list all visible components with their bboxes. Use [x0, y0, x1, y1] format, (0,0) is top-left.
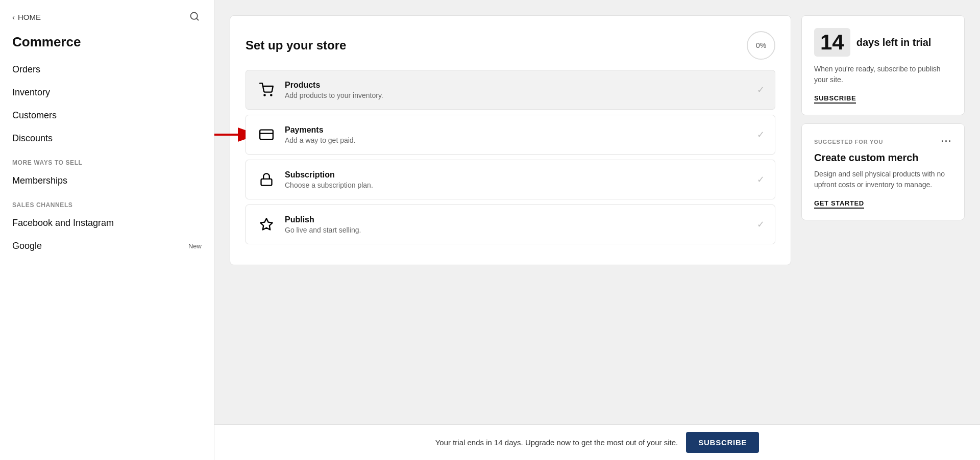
trial-description: When you're ready, subscribe to publish … — [814, 64, 952, 85]
svg-line-1 — [197, 18, 199, 20]
section-sales-channels: SALES CHANNELS — [0, 192, 214, 212]
get-started-link[interactable]: GET STARTED — [814, 199, 864, 209]
setup-card-title: Set up your store — [246, 38, 346, 53]
setup-card-header: Set up your store 0% — [246, 31, 775, 60]
google-label: Google — [12, 241, 42, 251]
home-link[interactable]: ‹ HOME — [12, 13, 41, 21]
payments-content: Payments Add a way to get paid. — [285, 125, 749, 144]
svg-rect-7 — [261, 179, 272, 186]
content-scroll: Set up your store 0% — [214, 0, 980, 424]
memberships-label: Memberships — [12, 175, 67, 186]
svg-point-2 — [264, 94, 265, 95]
suggested-title: Create custom merch — [814, 152, 952, 164]
sidebar-item-google[interactable]: Google New — [0, 235, 214, 258]
right-panel: 14 days left in trial When you're ready,… — [801, 15, 965, 409]
progress-circle: 0% — [747, 31, 775, 60]
trial-card: 14 days left in trial When you're ready,… — [801, 15, 965, 115]
setup-item-payments[interactable]: Payments Add a way to get paid. ✓ — [246, 115, 775, 155]
suggested-label: SUGGESTED FOR YOU — [814, 139, 883, 145]
sidebar-item-facebook-instagram[interactable]: Facebook and Instagram — [0, 212, 214, 235]
search-button[interactable] — [187, 9, 202, 25]
sidebar-item-memberships[interactable]: Memberships — [0, 169, 214, 192]
inventory-label: Inventory — [12, 87, 50, 98]
subscription-content: Subscription Choose a subscription plan. — [285, 170, 749, 189]
products-content: Products Add products to your inventory. — [285, 81, 749, 99]
setup-item-subscription[interactable]: Subscription Choose a subscription plan.… — [246, 160, 775, 199]
sidebar-header: ‹ HOME — [0, 0, 214, 30]
payments-wrapper: Payments Add a way to get paid. ✓ — [246, 115, 775, 155]
setup-card: Set up your store 0% — [230, 15, 791, 265]
publish-title: Publish — [285, 215, 749, 224]
publish-content: Publish Go live and start selling. — [285, 215, 749, 234]
subscribe-button[interactable]: SUBSCRIBE — [686, 432, 759, 453]
main-panel: Set up your store 0% — [230, 15, 791, 409]
publish-desc: Go live and start selling. — [285, 226, 749, 234]
trial-subscribe-link[interactable]: SUBSCRIBE — [814, 94, 856, 104]
content-area: Set up your store 0% — [214, 0, 980, 460]
subscription-check-icon: ✓ — [757, 174, 765, 185]
payments-desc: Add a way to get paid. — [285, 136, 749, 144]
progress-value: 0% — [756, 41, 766, 49]
discounts-label: Discounts — [12, 133, 53, 144]
cart-icon — [256, 80, 277, 100]
customers-label: Customers — [12, 110, 57, 121]
sidebar-nav: Orders Inventory Customers Discounts MOR… — [0, 58, 214, 460]
suggested-card: SUGGESTED FOR YOU ··· Create custom merc… — [801, 123, 965, 220]
svg-marker-8 — [260, 218, 272, 229]
subscription-desc: Choose a subscription plan. — [285, 181, 749, 189]
trial-days-row: 14 days left in trial — [814, 28, 952, 57]
google-badge: New — [188, 242, 202, 250]
search-icon — [189, 11, 200, 21]
payments-title: Payments — [285, 125, 749, 135]
home-label: HOME — [18, 13, 41, 21]
bottom-bar: Your trial ends in 14 days. Upgrade now … — [214, 424, 980, 460]
sidebar-item-discounts[interactable]: Discounts — [0, 127, 214, 150]
orders-label: Orders — [12, 64, 40, 75]
subscription-title: Subscription — [285, 170, 749, 180]
lock-icon — [256, 169, 277, 190]
section-more-ways: MORE WAYS TO SELL — [0, 150, 214, 169]
bottom-bar-text: Your trial ends in 14 days. Upgrade now … — [435, 438, 678, 447]
trial-days-number: 14 — [814, 28, 850, 57]
sidebar-title: Commerce — [0, 30, 214, 58]
svg-point-3 — [271, 94, 272, 95]
svg-rect-5 — [260, 130, 273, 140]
products-desc: Add products to your inventory. — [285, 91, 749, 99]
publish-check-icon: ✓ — [757, 219, 765, 230]
payments-check-icon: ✓ — [757, 129, 765, 140]
setup-item-products[interactable]: Products Add products to your inventory.… — [246, 70, 775, 110]
products-title: Products — [285, 81, 749, 90]
facebook-instagram-label: Facebook and Instagram — [12, 218, 114, 228]
sidebar-item-orders[interactable]: Orders — [0, 58, 214, 81]
suggested-description: Design and sell physical products with n… — [814, 169, 952, 190]
sidebar: ‹ HOME Commerce Orders Inventory Custome… — [0, 0, 214, 460]
trial-days-text: days left in trial — [856, 37, 932, 48]
sidebar-item-customers[interactable]: Customers — [0, 104, 214, 127]
setup-item-publish[interactable]: Publish Go live and start selling. ✓ — [246, 205, 775, 244]
chevron-left-icon: ‹ — [12, 13, 15, 21]
suggested-menu-dots[interactable]: ··· — [941, 136, 952, 147]
sidebar-item-inventory[interactable]: Inventory — [0, 81, 214, 104]
products-check-icon: ✓ — [757, 84, 765, 95]
suggested-header: SUGGESTED FOR YOU ··· — [814, 136, 952, 147]
sparkle-icon — [256, 214, 277, 235]
payment-icon — [256, 124, 277, 145]
